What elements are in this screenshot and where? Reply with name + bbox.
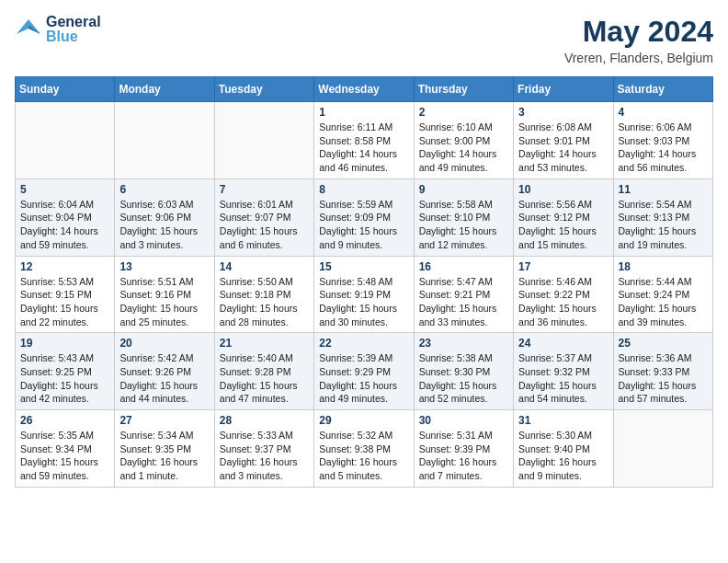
calendar-cell <box>16 102 115 179</box>
day-number: 24 <box>518 337 608 350</box>
calendar-cell: 25Sunrise: 5:36 AMSunset: 9:33 PMDayligh… <box>613 333 712 410</box>
calendar-cell: 11Sunrise: 5:54 AMSunset: 9:13 PMDayligh… <box>613 178 712 256</box>
calendar-cell: 7Sunrise: 6:01 AMSunset: 9:07 PMDaylight… <box>214 178 313 256</box>
day-info: Sunrise: 6:08 AMSunset: 9:01 PMDaylight:… <box>518 121 608 175</box>
calendar-cell <box>214 102 313 179</box>
calendar-cell: 5Sunrise: 6:04 AMSunset: 9:04 PMDaylight… <box>16 178 115 256</box>
day-info: Sunrise: 5:46 AMSunset: 9:22 PMDaylight:… <box>518 275 608 329</box>
logo-general: General <box>46 15 101 29</box>
day-number: 25 <box>619 337 708 350</box>
calendar-cell: 2Sunrise: 6:10 AMSunset: 9:00 PMDaylight… <box>414 102 513 179</box>
day-number: 14 <box>220 260 309 273</box>
calendar-cell: 13Sunrise: 5:51 AMSunset: 9:16 PMDayligh… <box>115 256 214 333</box>
day-number: 5 <box>20 183 109 196</box>
day-number: 28 <box>220 414 309 427</box>
calendar-cell: 21Sunrise: 5:40 AMSunset: 9:28 PMDayligh… <box>214 333 313 410</box>
calendar-cell: 8Sunrise: 5:59 AMSunset: 9:09 PMDaylight… <box>314 178 414 256</box>
weekday-header-thursday: Thursday <box>414 77 513 102</box>
day-number: 7 <box>220 183 309 196</box>
calendar-cell: 10Sunrise: 5:56 AMSunset: 9:12 PMDayligh… <box>514 178 613 256</box>
calendar-cell: 12Sunrise: 5:53 AMSunset: 9:15 PMDayligh… <box>16 256 115 333</box>
day-number: 4 <box>619 106 708 119</box>
calendar-cell: 1Sunrise: 6:11 AMSunset: 8:58 PMDaylight… <box>314 102 414 179</box>
main-title: May 2024 <box>564 15 713 49</box>
day-number: 3 <box>518 106 608 119</box>
day-info: Sunrise: 5:53 AMSunset: 9:15 PMDaylight:… <box>20 275 109 329</box>
calendar-cell: 20Sunrise: 5:42 AMSunset: 9:26 PMDayligh… <box>115 333 214 410</box>
weekday-header-tuesday: Tuesday <box>214 77 313 102</box>
day-info: Sunrise: 5:56 AMSunset: 9:12 PMDaylight:… <box>518 198 608 252</box>
day-number: 22 <box>319 337 408 350</box>
day-info: Sunrise: 5:50 AMSunset: 9:18 PMDaylight:… <box>220 275 309 329</box>
day-info: Sunrise: 6:10 AMSunset: 9:00 PMDaylight:… <box>419 121 508 175</box>
day-number: 2 <box>419 106 508 119</box>
calendar-cell: 4Sunrise: 6:06 AMSunset: 9:03 PMDaylight… <box>613 102 712 179</box>
calendar-cell: 18Sunrise: 5:44 AMSunset: 9:24 PMDayligh… <box>613 256 712 333</box>
day-number: 26 <box>20 414 109 427</box>
week-row-1: 1Sunrise: 6:11 AMSunset: 8:58 PMDaylight… <box>16 102 713 179</box>
weekday-header-friday: Friday <box>514 77 613 102</box>
calendar-cell: 15Sunrise: 5:48 AMSunset: 9:19 PMDayligh… <box>314 256 414 333</box>
day-info: Sunrise: 6:04 AMSunset: 9:04 PMDaylight:… <box>20 198 109 252</box>
day-info: Sunrise: 5:43 AMSunset: 9:25 PMDaylight:… <box>20 351 109 406</box>
calendar-cell: 16Sunrise: 5:47 AMSunset: 9:21 PMDayligh… <box>414 256 513 333</box>
day-info: Sunrise: 5:42 AMSunset: 9:26 PMDaylight:… <box>119 351 209 406</box>
day-info: Sunrise: 5:51 AMSunset: 9:16 PMDaylight:… <box>119 275 209 329</box>
calendar-cell: 22Sunrise: 5:39 AMSunset: 9:29 PMDayligh… <box>314 333 414 410</box>
calendar-cell: 31Sunrise: 5:30 AMSunset: 9:40 PMDayligh… <box>514 410 613 488</box>
day-number: 6 <box>119 183 209 196</box>
calendar-cell: 6Sunrise: 6:03 AMSunset: 9:06 PMDaylight… <box>115 178 214 256</box>
header: General Blue May 2024 Vreren, Flanders, … <box>15 15 713 65</box>
calendar-cell: 27Sunrise: 5:34 AMSunset: 9:35 PMDayligh… <box>115 410 214 488</box>
logo: General Blue <box>15 15 101 44</box>
logo-text: General Blue <box>46 15 101 44</box>
calendar-cell: 26Sunrise: 5:35 AMSunset: 9:34 PMDayligh… <box>16 410 115 488</box>
week-row-2: 5Sunrise: 6:04 AMSunset: 9:04 PMDaylight… <box>16 178 713 256</box>
day-info: Sunrise: 5:40 AMSunset: 9:28 PMDaylight:… <box>220 351 309 406</box>
day-info: Sunrise: 5:30 AMSunset: 9:40 PMDaylight:… <box>518 429 608 483</box>
day-info: Sunrise: 5:47 AMSunset: 9:21 PMDaylight:… <box>419 275 508 329</box>
day-number: 11 <box>619 183 708 196</box>
day-info: Sunrise: 5:58 AMSunset: 9:10 PMDaylight:… <box>419 198 508 252</box>
calendar-cell <box>115 102 214 179</box>
calendar-table: SundayMondayTuesdayWednesdayThursdayFrid… <box>15 76 713 488</box>
day-number: 13 <box>119 260 209 273</box>
weekday-header-row: SundayMondayTuesdayWednesdayThursdayFrid… <box>16 77 713 102</box>
calendar-cell <box>613 410 712 488</box>
weekday-header-saturday: Saturday <box>613 77 712 102</box>
calendar-cell: 9Sunrise: 5:58 AMSunset: 9:10 PMDaylight… <box>414 178 513 256</box>
weekday-header-monday: Monday <box>115 77 214 102</box>
day-number: 15 <box>319 260 408 273</box>
day-number: 1 <box>319 106 408 119</box>
day-info: Sunrise: 5:48 AMSunset: 9:19 PMDaylight:… <box>319 275 408 329</box>
day-info: Sunrise: 6:03 AMSunset: 9:06 PMDaylight:… <box>119 198 209 252</box>
day-info: Sunrise: 6:01 AMSunset: 9:07 PMDaylight:… <box>220 198 309 252</box>
day-number: 17 <box>518 260 608 273</box>
day-number: 8 <box>319 183 408 196</box>
day-info: Sunrise: 5:35 AMSunset: 9:34 PMDaylight:… <box>20 429 109 483</box>
calendar-cell: 14Sunrise: 5:50 AMSunset: 9:18 PMDayligh… <box>214 256 313 333</box>
day-info: Sunrise: 5:31 AMSunset: 9:39 PMDaylight:… <box>419 429 508 483</box>
day-number: 16 <box>419 260 508 273</box>
day-number: 21 <box>220 337 309 350</box>
day-info: Sunrise: 5:33 AMSunset: 9:37 PMDaylight:… <box>220 429 309 483</box>
calendar-cell: 19Sunrise: 5:43 AMSunset: 9:25 PMDayligh… <box>16 333 115 410</box>
title-area: May 2024 Vreren, Flanders, Belgium <box>564 15 713 65</box>
day-number: 30 <box>419 414 508 427</box>
day-number: 27 <box>119 414 209 427</box>
day-number: 12 <box>20 260 109 273</box>
calendar-cell: 30Sunrise: 5:31 AMSunset: 9:39 PMDayligh… <box>414 410 513 488</box>
weekday-header-sunday: Sunday <box>16 77 115 102</box>
calendar-cell: 3Sunrise: 6:08 AMSunset: 9:01 PMDaylight… <box>514 102 613 179</box>
subtitle: Vreren, Flanders, Belgium <box>564 51 713 65</box>
day-number: 29 <box>319 414 408 427</box>
logo-bird-icon <box>15 16 42 43</box>
calendar-cell: 29Sunrise: 5:32 AMSunset: 9:38 PMDayligh… <box>314 410 414 488</box>
logo-blue: Blue <box>46 29 101 44</box>
week-row-5: 26Sunrise: 5:35 AMSunset: 9:34 PMDayligh… <box>16 410 713 488</box>
day-info: Sunrise: 6:06 AMSunset: 9:03 PMDaylight:… <box>619 121 708 175</box>
calendar-cell: 17Sunrise: 5:46 AMSunset: 9:22 PMDayligh… <box>514 256 613 333</box>
week-row-3: 12Sunrise: 5:53 AMSunset: 9:15 PMDayligh… <box>16 256 713 333</box>
day-info: Sunrise: 5:38 AMSunset: 9:30 PMDaylight:… <box>419 351 508 406</box>
day-number: 10 <box>518 183 608 196</box>
